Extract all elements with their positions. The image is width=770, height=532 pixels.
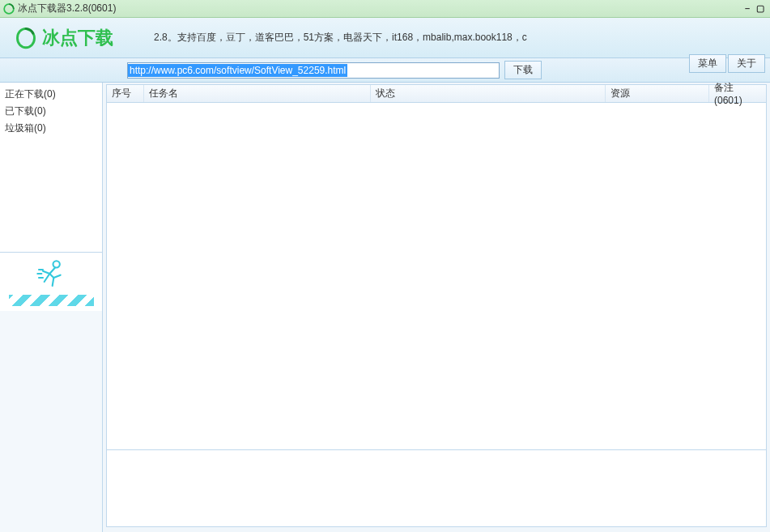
column-seq[interactable]: 序号 [107,85,144,102]
sidebar-item-label: 正在下载(0) [5,88,56,100]
task-table: 序号 任务名 状态 资源 备注(0601) [106,84,767,450]
sidebar-item-downloaded[interactable]: 已下载(0) [5,103,97,120]
column-remark[interactable]: 备注(0601) [709,85,766,102]
sidebar-empty [0,311,102,532]
svg-point-1 [53,261,60,267]
toolbar: http://www.pc6.com/softview/SoftView_522… [0,58,770,83]
header: 冰点下载 2.8。支持百度，豆丁，道客巴巴，51方案，电器天下，it168，mb… [0,18,770,58]
title-bar: 冰点下载器3.2.8(0601) – ▢ [0,0,770,18]
sidebar-item-label: 已下载(0) [5,105,46,117]
content-area: 序号 任务名 状态 资源 备注(0601) [103,83,770,532]
sidebar-item-downloading[interactable]: 正在下载(0) [5,86,97,103]
table-body [107,103,766,449]
table-header: 序号 任务名 状态 资源 备注(0601) [107,85,766,103]
window-title: 冰点下载器3.2.8(0601) [18,2,742,15]
logo-area: 冰点下载 [0,26,134,50]
menu-button[interactable]: 菜单 [689,54,726,73]
url-input[interactable]: http://www.pc6.com/softview/SoftView_522… [127,62,500,79]
app-icon [3,3,15,15]
maximize-button[interactable]: ▢ [754,3,767,14]
column-status[interactable]: 状态 [371,85,606,102]
runner-icon [35,257,67,290]
logo-icon [15,27,37,49]
main-area: 正在下载(0) 已下载(0) 垃圾箱(0) [0,83,770,532]
header-description: 2.8。支持百度，豆丁，道客巴巴，51方案，电器天下，it168，mbalib,… [154,31,527,45]
sidebar-item-label: 垃圾箱(0) [5,122,46,134]
sidebar: 正在下载(0) 已下载(0) 垃圾箱(0) [0,83,103,532]
column-source[interactable]: 资源 [606,85,709,102]
sidebar-item-trash[interactable]: 垃圾箱(0) [5,120,97,137]
bottom-panel [106,450,767,527]
progress-stripes-icon [9,295,94,306]
sidebar-list: 正在下载(0) 已下载(0) 垃圾箱(0) [0,83,102,253]
about-button[interactable]: 关于 [728,54,765,73]
sidebar-animation [0,253,102,311]
minimize-button[interactable]: – [742,3,752,14]
download-button[interactable]: 下载 [504,61,542,79]
column-task[interactable]: 任务名 [144,85,371,102]
logo-text: 冰点下载 [42,26,113,50]
